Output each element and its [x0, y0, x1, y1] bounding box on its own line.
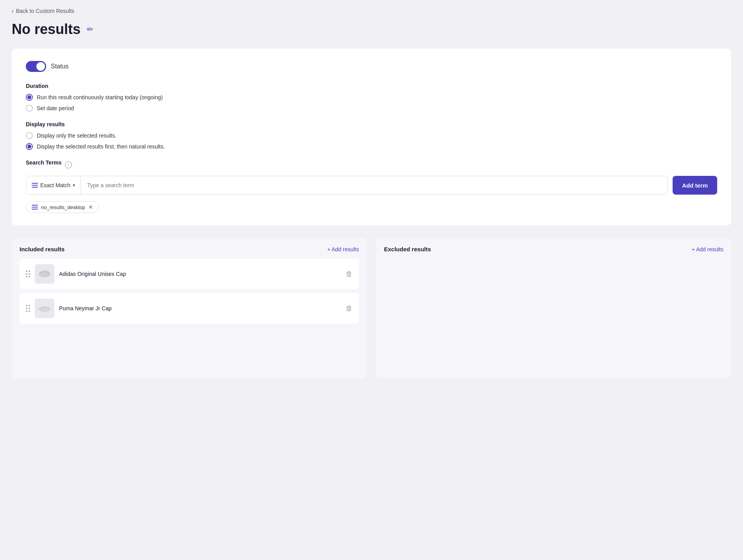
- status-toggle[interactable]: [26, 61, 46, 72]
- duration-title: Duration: [26, 83, 717, 89]
- duration-option-0-label: Run this result continuously starting to…: [37, 94, 163, 100]
- radio-circle-1: [26, 105, 33, 112]
- radio-circle-0: [26, 94, 33, 101]
- included-result-item-0: Adidas Original Unisex Cap 🗑: [20, 259, 359, 289]
- back-link-label: Back to Custom Results: [16, 8, 74, 14]
- status-label: Status: [51, 63, 68, 70]
- excluded-results-header: Excluded results + Add results: [384, 246, 723, 252]
- display-radio-circle-0: [26, 132, 33, 139]
- delete-included-0-icon[interactable]: 🗑: [346, 270, 353, 278]
- delete-included-1-icon[interactable]: 🗑: [346, 304, 353, 313]
- add-term-button[interactable]: Add term: [673, 176, 717, 195]
- included-result-name-1: Puma Neymar Jr Cap: [59, 305, 341, 311]
- display-option-1-label: Display the selected results first, then…: [37, 143, 165, 150]
- included-result-name-0: Adidas Original Unisex Cap: [59, 271, 341, 277]
- hamburger-icon: [32, 183, 38, 188]
- search-input-box: Exact Match ▾: [26, 176, 668, 195]
- add-excluded-results-button[interactable]: + Add results: [692, 246, 723, 252]
- results-row: Included results + Add results Adidas Or…: [12, 238, 731, 379]
- drag-handle-0[interactable]: [26, 270, 30, 277]
- search-terms-header: Search Terms i: [26, 159, 717, 170]
- duration-radio-group: Run this result continuously starting to…: [26, 94, 717, 112]
- chevron-down-icon: ▾: [73, 182, 75, 188]
- add-included-results-button[interactable]: + Add results: [327, 246, 359, 252]
- main-card: Status Duration Run this result continuo…: [12, 48, 731, 225]
- tag-close-icon[interactable]: ✕: [88, 204, 93, 210]
- excluded-results-title: Excluded results: [384, 246, 431, 252]
- info-icon[interactable]: i: [65, 161, 72, 168]
- search-input-row: Exact Match ▾ Add term: [26, 176, 717, 195]
- search-term-input[interactable]: [81, 182, 668, 188]
- display-option-0-label: Display only the selected results.: [37, 132, 117, 139]
- excluded-results-panel: Excluded results + Add results: [376, 238, 731, 379]
- back-link[interactable]: ‹ Back to Custom Results: [12, 8, 731, 14]
- included-results-title: Included results: [20, 246, 65, 252]
- drag-handle-1[interactable]: [26, 305, 30, 312]
- display-results-section: Display results Display only the selecte…: [26, 121, 717, 150]
- product-thumb-0: [35, 264, 54, 284]
- search-terms-section: Search Terms i Exact Match ▾ Add term: [26, 159, 717, 213]
- display-option-1[interactable]: Display the selected results first, then…: [26, 143, 717, 150]
- match-type-selector[interactable]: Exact Match ▾: [26, 176, 81, 194]
- included-results-header: Included results + Add results: [20, 246, 359, 252]
- edit-icon[interactable]: ✏: [87, 25, 93, 34]
- included-result-item-1: Puma Neymar Jr Cap 🗑: [20, 293, 359, 324]
- match-type-text: Exact Match: [40, 182, 70, 188]
- display-option-0[interactable]: Display only the selected results.: [26, 132, 717, 139]
- back-chevron-icon: ‹: [12, 8, 14, 14]
- tag-value-0: no_results_desktop: [41, 204, 85, 210]
- display-radio-circle-1: [26, 143, 33, 150]
- tag-hamburger-icon: [32, 205, 38, 209]
- duration-option-1[interactable]: Set date period: [26, 105, 717, 112]
- included-results-panel: Included results + Add results Adidas Or…: [12, 238, 367, 379]
- product-thumb-1: [35, 299, 54, 318]
- duration-option-0[interactable]: Run this result continuously starting to…: [26, 94, 717, 101]
- search-tag-0[interactable]: no_results_desktop ✕: [26, 201, 99, 213]
- tags-row: no_results_desktop ✕: [26, 200, 717, 213]
- status-row: Status: [26, 61, 717, 72]
- duration-option-1-label: Set date period: [37, 105, 74, 111]
- search-terms-title: Search Terms: [26, 159, 62, 166]
- display-results-title: Display results: [26, 121, 717, 127]
- page-header: No results ✏: [12, 21, 731, 38]
- display-results-radio-group: Display only the selected results. Displ…: [26, 132, 717, 150]
- duration-section: Duration Run this result continuously st…: [26, 83, 717, 112]
- page-title: No results: [12, 21, 81, 38]
